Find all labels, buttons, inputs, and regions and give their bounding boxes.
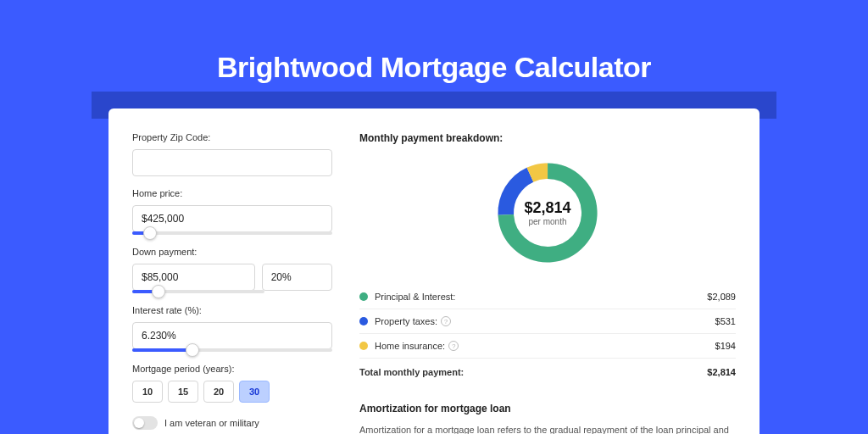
donut-sub: per month — [528, 217, 566, 226]
legend-swatch — [359, 342, 368, 350]
period-field-group: Mortgage period (years): 10152030 — [132, 364, 332, 403]
legend-value: $531 — [715, 316, 736, 326]
legend-label: Principal & Interest: — [375, 292, 707, 302]
amortization-body: Amortization for a mortgage loan refers … — [359, 423, 736, 434]
total-value: $2,814 — [707, 367, 736, 377]
period-options: 10152030 — [132, 381, 332, 403]
legend-row-2: Home insurance:?$194 — [359, 334, 736, 359]
interest-label: Interest rate (%): — [132, 305, 332, 315]
legend-label: Home insurance:? — [375, 341, 715, 351]
page-title: Brightwood Mortgage Calculator — [0, 0, 868, 84]
interest-field-group: Interest rate (%): — [132, 305, 332, 352]
interest-slider-fill — [132, 348, 192, 352]
legend-row-1: Property taxes:?$531 — [359, 309, 736, 334]
help-icon[interactable]: ? — [448, 341, 459, 351]
legend: Principal & Interest:$2,089Property taxe… — [359, 285, 736, 384]
total-label: Total monthly payment: — [359, 367, 707, 377]
period-label: Mortgage period (years): — [132, 364, 332, 374]
down-payment-amount-input[interactable] — [132, 264, 255, 291]
zip-field-group: Property Zip Code: — [132, 132, 332, 176]
calculator-card: Property Zip Code: Home price: Down paym… — [108, 108, 760, 434]
period-option-10[interactable]: 10 — [132, 381, 163, 403]
inputs-panel: Property Zip Code: Home price: Down paym… — [108, 108, 346, 434]
home-price-input[interactable] — [132, 205, 332, 232]
period-option-20[interactable]: 20 — [203, 381, 234, 403]
down-payment-label: Down payment: — [132, 247, 332, 257]
help-icon[interactable]: ? — [441, 316, 451, 326]
donut-center: $2,814 per month — [492, 158, 603, 268]
legend-value: $2,089 — [707, 292, 736, 302]
amortization-title: Amortization for mortgage loan — [359, 403, 736, 415]
donut-chart: $2,814 per month — [492, 158, 603, 268]
breakdown-panel: Monthly payment breakdown: $2,814 per mo… — [346, 108, 760, 434]
veteran-toggle-row: I am veteran or military — [132, 416, 332, 430]
legend-row-total: Total monthly payment:$2,814 — [359, 359, 736, 384]
interest-slider[interactable] — [132, 348, 332, 352]
home-price-slider[interactable] — [132, 231, 332, 235]
legend-swatch — [359, 317, 368, 326]
legend-swatch — [359, 292, 368, 301]
legend-row-0: Principal & Interest:$2,089 — [359, 285, 736, 309]
interest-slider-thumb[interactable] — [186, 343, 199, 357]
breakdown-title: Monthly payment breakdown: — [359, 132, 736, 144]
down-payment-field-group: Down payment: — [132, 247, 332, 293]
veteran-toggle-knob — [134, 418, 144, 428]
period-option-15[interactable]: 15 — [168, 381, 198, 403]
down-payment-percent-input[interactable] — [262, 264, 332, 291]
amortization-section: Amortization for mortgage loan Amortizat… — [359, 403, 736, 434]
home-price-label: Home price: — [132, 188, 332, 198]
period-option-30[interactable]: 30 — [239, 381, 270, 403]
down-payment-slider-thumb[interactable] — [152, 285, 165, 298]
veteran-toggle[interactable] — [132, 416, 158, 430]
legend-label: Property taxes:? — [375, 316, 715, 326]
donut-amount: $2,814 — [524, 199, 570, 217]
donut-chart-wrap: $2,814 per month — [359, 158, 736, 268]
home-price-slider-thumb[interactable] — [143, 226, 157, 240]
veteran-label: I am veteran or military — [164, 418, 259, 428]
legend-value: $194 — [715, 341, 736, 351]
down-payment-slider[interactable] — [132, 290, 264, 293]
zip-label: Property Zip Code: — [132, 132, 332, 142]
interest-input[interactable] — [132, 322, 332, 349]
home-price-field-group: Home price: — [132, 188, 332, 235]
zip-input[interactable] — [132, 149, 332, 176]
